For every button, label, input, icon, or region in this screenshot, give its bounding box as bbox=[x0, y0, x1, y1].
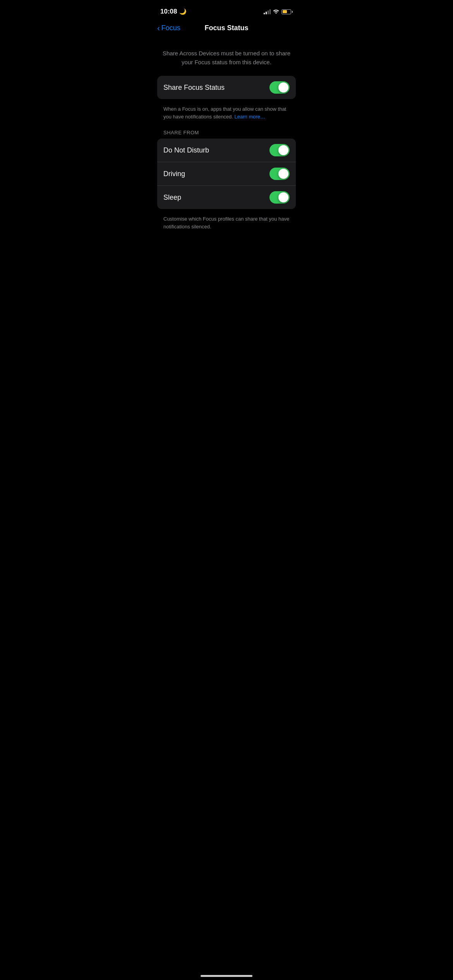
status-bar: 10:08 🌙 bbox=[151, 0, 302, 21]
battery-body bbox=[281, 9, 291, 14]
share-focus-status-label: Share Focus Status bbox=[163, 84, 225, 92]
signal-icon bbox=[264, 9, 271, 14]
sleep-row: Sleep bbox=[157, 185, 296, 209]
content-area: Share Across Devices must be turned on t… bbox=[151, 37, 302, 240]
description-text: Share Across Devices must be turned on t… bbox=[157, 45, 296, 76]
wifi-icon bbox=[273, 9, 279, 15]
battery-tip bbox=[292, 11, 293, 13]
sleep-label: Sleep bbox=[163, 194, 181, 202]
share-focus-status-group: Share Focus Status bbox=[157, 76, 296, 99]
back-label: Focus bbox=[161, 24, 180, 32]
driving-toggle-knob bbox=[278, 169, 288, 179]
signal-bar-2 bbox=[266, 12, 267, 14]
nav-header: ‹ Focus Focus Status bbox=[151, 21, 302, 37]
share-focus-status-toggle[interactable] bbox=[269, 81, 290, 94]
battery-fill bbox=[283, 10, 287, 13]
moon-icon: 🌙 bbox=[179, 8, 187, 15]
battery-icon bbox=[281, 9, 293, 14]
share-focus-helper-main: When a Focus is on, apps that you allow … bbox=[163, 106, 286, 120]
share-from-group: Do Not Disturb Driving Sleep bbox=[157, 139, 296, 209]
back-chevron-icon: ‹ bbox=[157, 24, 160, 32]
share-from-section-header: SHARE FROM bbox=[157, 130, 296, 139]
status-icons bbox=[264, 9, 293, 15]
share-focus-status-row: Share Focus Status bbox=[157, 76, 296, 99]
driving-row: Driving bbox=[157, 162, 296, 185]
status-time-container: 10:08 🌙 bbox=[160, 8, 187, 15]
share-from-helper-text: Customise which Focus profiles can share… bbox=[157, 212, 296, 240]
signal-bar-4 bbox=[269, 9, 271, 14]
toggle-knob bbox=[278, 82, 288, 93]
sleep-toggle-knob bbox=[278, 192, 288, 202]
do-not-disturb-toggle[interactable] bbox=[269, 144, 290, 156]
share-focus-helper-text: When a Focus is on, apps that you allow … bbox=[157, 102, 296, 130]
page-title: Focus Status bbox=[204, 24, 248, 32]
signal-bar-3 bbox=[268, 10, 269, 14]
signal-bar-1 bbox=[264, 13, 265, 14]
back-button[interactable]: ‹ Focus bbox=[157, 24, 180, 32]
time-display: 10:08 bbox=[160, 8, 177, 15]
sleep-toggle[interactable] bbox=[269, 191, 290, 204]
do-not-disturb-toggle-knob bbox=[278, 145, 288, 155]
driving-toggle[interactable] bbox=[269, 168, 290, 180]
do-not-disturb-label: Do Not Disturb bbox=[163, 146, 209, 154]
do-not-disturb-row: Do Not Disturb bbox=[157, 139, 296, 162]
learn-more-link[interactable]: Learn more… bbox=[235, 114, 265, 120]
driving-label: Driving bbox=[163, 170, 185, 178]
